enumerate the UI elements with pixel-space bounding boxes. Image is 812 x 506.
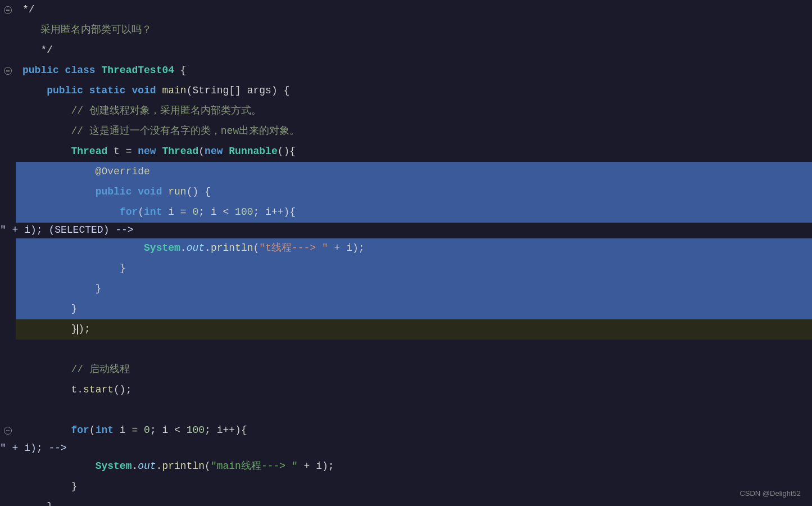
gutter-14 xyxy=(0,279,16,299)
code-content-5: public static void main(String[] args) { xyxy=(16,81,812,101)
code-content-3: */ xyxy=(16,40,812,61)
gutter-23 xyxy=(0,477,16,497)
gutter-18 xyxy=(0,360,16,380)
code-content-16: }); xyxy=(16,319,812,340)
code-line-16: }); xyxy=(0,319,812,340)
gutter-icon-4 xyxy=(4,67,12,75)
gutter-icon-21 xyxy=(4,427,12,435)
code-content-7: // 这是通过一个没有名字的类，new出来的对象。 xyxy=(16,121,812,142)
code-content-8: Thread t = new Thread(new Runnable(){ xyxy=(16,142,812,162)
code-content-18: // 启动线程 xyxy=(16,360,812,380)
code-line-20 xyxy=(0,400,812,421)
gutter-16 xyxy=(0,319,16,340)
code-line-24: } xyxy=(0,497,812,506)
code-line-1: */ xyxy=(0,0,812,20)
code-line-12: System.out.println("t线程---> " + i); xyxy=(0,238,812,259)
gutter-7 xyxy=(0,121,16,142)
code-line-13: } xyxy=(0,259,812,279)
watermark: CSDN @Delight52 xyxy=(740,488,801,499)
code-content-20 xyxy=(16,400,812,421)
gutter-9 xyxy=(0,162,16,182)
code-line-3: */ xyxy=(0,40,812,61)
code-content-22: System.out.println("main线程---> " + i); xyxy=(16,457,812,477)
code-line-11: for(int i = 0; i < 100; i++){ xyxy=(0,202,812,223)
code-content-2: 采用匿名内部类可以吗？ xyxy=(16,20,812,40)
code-content-17 xyxy=(16,340,812,360)
gutter-21 xyxy=(0,421,16,441)
code-content-21: for(int i = 0; i < 100; i++){ xyxy=(16,421,812,441)
editor-container: */ 采用匿名内部类可以吗？ */ public class ThreadTes… xyxy=(0,0,812,506)
code-line-4: public class ThreadTest04 { xyxy=(0,61,812,81)
gutter-6 xyxy=(0,101,16,121)
code-line-8: Thread t = new Thread(new Runnable(){ xyxy=(0,142,812,162)
gutter-5 xyxy=(0,81,16,101)
gutter-24 xyxy=(0,497,16,506)
code-line-18: // 启动线程 xyxy=(0,360,812,380)
code-content-1: */ xyxy=(16,0,812,20)
code-content-15: } xyxy=(16,299,812,319)
gutter-12 xyxy=(0,238,16,259)
code-content-4: public class ThreadTest04 { xyxy=(16,61,812,81)
code-line-15: } xyxy=(0,299,812,319)
gutter-19 xyxy=(0,380,16,400)
code-content-9: @Override xyxy=(16,162,812,182)
code-line-5: public static void main(String[] args) { xyxy=(0,81,812,101)
gutter-4 xyxy=(0,61,16,81)
code-line-7: // 这是通过一个没有名字的类，new出来的对象。 xyxy=(0,121,812,142)
gutter-17 xyxy=(0,340,16,360)
gutter-13 xyxy=(0,259,16,279)
code-content-14: } xyxy=(16,279,812,299)
code-content-13: } xyxy=(16,259,812,279)
code-content-24: } xyxy=(16,497,812,506)
code-line-10: public void run() { xyxy=(0,182,812,202)
gutter-3 xyxy=(0,40,16,61)
code-content-23: } xyxy=(16,477,812,497)
gutter-20 xyxy=(0,400,16,421)
code-line-17 xyxy=(0,340,812,360)
gutter-10 xyxy=(0,182,16,202)
code-content-12: System.out.println("t线程---> " + i); xyxy=(16,238,812,259)
code-line-23: } xyxy=(0,477,812,497)
gutter-2 xyxy=(0,20,16,40)
code-line-14: } xyxy=(0,279,812,299)
code-line-2: 采用匿名内部类可以吗？ xyxy=(0,20,812,40)
gutter-15 xyxy=(0,299,16,319)
code-line-6: // 创建线程对象，采用匿名内部类方式。 xyxy=(0,101,812,121)
gutter-icon-1 xyxy=(4,6,12,14)
code-line-19: t.start(); xyxy=(0,380,812,400)
code-line-22: System.out.println("main线程---> " + i); xyxy=(0,457,812,477)
gutter-11 xyxy=(0,202,16,223)
gutter-22 xyxy=(0,457,16,477)
code-content-19: t.start(); xyxy=(16,380,812,400)
gutter-1 xyxy=(0,0,16,20)
code-line-9: @Override xyxy=(0,162,812,182)
gutter-8 xyxy=(0,142,16,162)
code-content-10: public void run() { xyxy=(16,182,812,202)
code-area[interactable]: */ 采用匿名内部类可以吗？ */ public class ThreadTes… xyxy=(0,0,812,506)
code-content-6: // 创建线程对象，采用匿名内部类方式。 xyxy=(16,101,812,121)
code-line-21: for(int i = 0; i < 100; i++){ xyxy=(0,421,812,441)
code-content-11: for(int i = 0; i < 100; i++){ xyxy=(16,202,812,223)
